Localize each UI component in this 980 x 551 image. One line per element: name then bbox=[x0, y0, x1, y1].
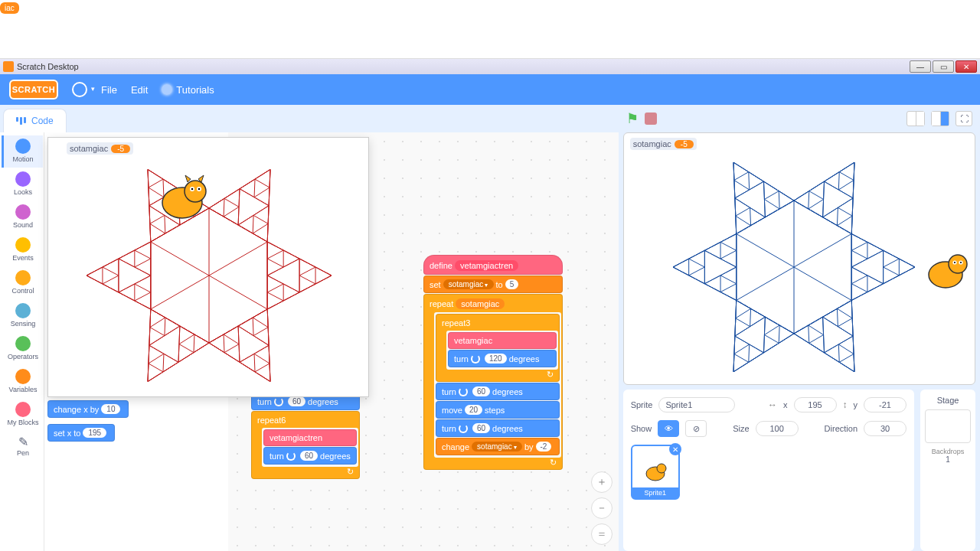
svg-line-388 bbox=[750, 308, 750, 326]
sprite-direction-input[interactable] bbox=[864, 421, 906, 436]
svg-line-283 bbox=[838, 172, 839, 190]
sprite-x-input[interactable] bbox=[794, 397, 837, 412]
category-pen[interactable]: ✎Pen bbox=[2, 432, 43, 461]
category-sound[interactable]: Sound bbox=[2, 201, 43, 233]
svg-line-7 bbox=[224, 198, 224, 217]
svg-line-325 bbox=[883, 276, 899, 284]
block-turn-inner[interactable]: turn 120degrees bbox=[448, 350, 557, 367]
svg-line-86 bbox=[267, 309, 268, 328]
svg-line-104 bbox=[239, 344, 240, 363]
fullscreen-button[interactable]: ⛶ bbox=[956, 111, 972, 126]
block-repeat-outer[interactable]: repeat sotamgiac repeat3 vetamgiac turn … bbox=[423, 294, 563, 470]
menu-file[interactable]: File bbox=[101, 84, 117, 96]
svg-line-497 bbox=[736, 234, 793, 267]
block-call-vetamgiac[interactable]: vetamgiac bbox=[448, 332, 557, 349]
category-motion[interactable]: Motion bbox=[2, 135, 43, 168]
block-set-x[interactable]: set x to195 bbox=[47, 424, 115, 442]
close-button[interactable]: ✕ bbox=[956, 60, 977, 73]
stage-thumbnail[interactable] bbox=[925, 409, 971, 443]
block-change-var[interactable]: changesotamgiac by-2 bbox=[436, 438, 560, 455]
svg-line-289 bbox=[854, 162, 854, 180]
block-define[interactable]: define vetamgiactren bbox=[423, 255, 563, 275]
svg-line-136 bbox=[165, 318, 165, 336]
svg-line-164 bbox=[135, 301, 151, 309]
show-button[interactable]: 👁 bbox=[658, 420, 679, 437]
block-repeat-inner[interactable]: repeat3 vetamgiac turn 120degrees bbox=[436, 314, 560, 382]
block-call-vetamgiactren[interactable]: vetamgiactren bbox=[263, 429, 357, 446]
svg-line-483 bbox=[734, 172, 749, 181]
category-variables[interactable]: Variables bbox=[2, 366, 43, 398]
svg-line-62 bbox=[267, 292, 283, 301]
hide-button[interactable]: ⊘ bbox=[685, 420, 707, 437]
svg-line-288 bbox=[839, 172, 854, 181]
sprite-size-input[interactable] bbox=[756, 421, 799, 436]
svg-line-287 bbox=[838, 181, 854, 190]
language-button[interactable] bbox=[72, 82, 87, 97]
sprite-tile-sprite1[interactable]: ✕ Sprite1 bbox=[631, 445, 680, 500]
stage-size-small[interactable] bbox=[906, 111, 925, 126]
script-stack-define[interactable]: define vetamgiactren setsotamgiac to5 re… bbox=[423, 255, 563, 471]
block-move-steps[interactable]: move20steps bbox=[436, 401, 560, 419]
svg-line-282 bbox=[824, 181, 838, 190]
svg-line-496 bbox=[736, 201, 793, 233]
svg-line-85 bbox=[253, 318, 268, 328]
stage[interactable]: sotamgiac-5 bbox=[623, 132, 975, 385]
svg-line-108 bbox=[254, 345, 269, 354]
svg-line-182 bbox=[119, 259, 135, 267]
scratch-logo[interactable]: SCRATCH bbox=[9, 80, 58, 99]
svg-line-38 bbox=[255, 169, 270, 179]
zoom-reset-button[interactable]: ＝ bbox=[591, 523, 612, 545]
svg-line-368 bbox=[854, 354, 854, 371]
sprite-y-input[interactable] bbox=[864, 397, 906, 412]
script-stack-1[interactable]: turn 60degrees repeat6 vetamgiactren tur… bbox=[251, 393, 360, 480]
svg-line-313 bbox=[851, 292, 867, 301]
category-operators[interactable]: Operators bbox=[2, 333, 43, 365]
delete-sprite-button[interactable]: ✕ bbox=[669, 443, 681, 455]
maximize-button[interactable]: ▭ bbox=[933, 60, 954, 73]
block-turn-b[interactable]: turn 60degrees bbox=[436, 419, 560, 437]
svg-line-489 bbox=[794, 234, 851, 267]
svg-line-367 bbox=[839, 362, 854, 371]
svg-line-163 bbox=[135, 292, 151, 301]
svg-line-434 bbox=[704, 250, 720, 259]
sprite-name-input[interactable] bbox=[658, 397, 735, 412]
zoom-in-button[interactable]: ＋ bbox=[591, 471, 612, 493]
svg-line-458 bbox=[750, 207, 750, 225]
svg-line-150 bbox=[149, 345, 164, 354]
menu-edit[interactable]: Edit bbox=[131, 84, 148, 96]
svg-line-190 bbox=[103, 259, 119, 267]
svg-line-152 bbox=[149, 354, 164, 364]
block-turn-a[interactable]: turn 60degrees bbox=[436, 383, 560, 400]
svg-line-340 bbox=[822, 317, 838, 326]
svg-line-439 bbox=[688, 267, 704, 276]
block-turn-2[interactable]: turn 60degrees bbox=[263, 447, 357, 465]
minimize-button[interactable]: — bbox=[910, 60, 931, 73]
svg-line-430 bbox=[720, 234, 737, 243]
category-sensing[interactable]: Sensing bbox=[2, 300, 43, 332]
stage-size-large[interactable] bbox=[931, 111, 949, 126]
stage-panel[interactable]: Stage Backdrops 1 bbox=[920, 390, 975, 551]
zoom-out-button[interactable]: － bbox=[591, 497, 612, 519]
menu-tutorials[interactable]: Tutorials bbox=[162, 84, 214, 96]
category-events[interactable]: Events bbox=[2, 234, 43, 266]
block-set-var[interactable]: setsotamgiac to5 bbox=[423, 276, 563, 293]
category-control[interactable]: Control bbox=[2, 267, 43, 299]
svg-line-59 bbox=[267, 276, 283, 284]
stop-button[interactable] bbox=[645, 112, 657, 125]
svg-line-71 bbox=[299, 259, 315, 267]
svg-line-490 bbox=[794, 300, 851, 333]
category-my-blocks[interactable]: My Blocks bbox=[2, 399, 43, 431]
svg-line-147 bbox=[164, 354, 178, 362]
svg-line-65 bbox=[283, 284, 299, 292]
block-repeat-6[interactable]: repeat6 vetamgiactren turn 60degrees bbox=[251, 411, 360, 479]
svg-line-391 bbox=[735, 300, 736, 318]
svg-line-284 bbox=[824, 172, 839, 181]
block-change-x[interactable]: change x by10 bbox=[47, 400, 129, 418]
svg-line-97 bbox=[224, 334, 239, 344]
svg-line-110 bbox=[269, 345, 270, 364]
green-flag-button[interactable]: ⚑ bbox=[626, 110, 639, 127]
tab-code[interactable]: Code bbox=[3, 109, 67, 132]
category-looks[interactable]: Looks bbox=[2, 168, 43, 201]
svg-line-352 bbox=[794, 334, 809, 343]
sprite-list: ✕ Sprite1 bbox=[631, 445, 906, 500]
